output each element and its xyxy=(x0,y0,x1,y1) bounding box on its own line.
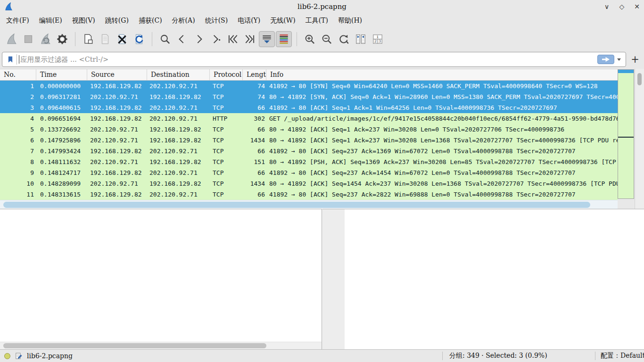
cell-info: 80 → 41892 [PSH, ACK] Seq=1369 Ack=237 W… xyxy=(266,156,618,167)
cell-destination: 202.120.92.71 xyxy=(147,102,210,113)
cell-time: 0.148111632 xyxy=(36,156,87,167)
auto-scroll-icon[interactable] xyxy=(259,31,275,47)
cell-time: 0.148289099 xyxy=(36,178,87,189)
packet-row[interactable]: 11 0.148313615 192.168.129.82 202.120.92… xyxy=(0,189,618,200)
minimize-button[interactable]: ∨ xyxy=(603,2,611,11)
cell-time: 0.147925896 xyxy=(36,135,87,146)
start-capture-icon[interactable] xyxy=(3,31,19,47)
window-controls: ∨ ◇ ✕ xyxy=(603,0,641,13)
cell-time: 0.096317281 xyxy=(36,91,87,102)
close-button[interactable]: ✕ xyxy=(633,2,641,11)
cell-no: 8 xyxy=(0,156,36,167)
column-header-protocol[interactable]: Protocol xyxy=(210,69,243,80)
menu-edit[interactable]: 编辑(E) xyxy=(34,15,67,26)
cell-info: 41892 → 80 [ACK] Seq=237 Ack=2822 Win=69… xyxy=(266,189,618,200)
status-filename: lib6-2.pcapng xyxy=(27,352,73,360)
menu-capture[interactable]: 捕获(C) xyxy=(134,15,167,26)
zoom-reset-icon[interactable] xyxy=(336,31,352,47)
status-profile[interactable]: 配置：Default xyxy=(595,352,644,360)
packet-row[interactable]: 6 0.147925896 202.120.92.71 192.168.129.… xyxy=(0,135,618,146)
column-header-destination[interactable]: Destination xyxy=(147,69,210,80)
colorize-packets-icon[interactable] xyxy=(276,31,292,47)
wireshark-window: lib6-2.pcapng ∨ ◇ ✕ 文件(F) 编辑(E) 视图(V) 跳转… xyxy=(0,0,644,362)
packet-row[interactable]: 10 0.148289099 202.120.92.71 192.168.129… xyxy=(0,178,618,189)
menu-help[interactable]: 帮助(H) xyxy=(333,15,367,26)
display-filter-input[interactable] xyxy=(20,53,597,66)
reload-file-icon[interactable] xyxy=(131,31,147,47)
column-header-info[interactable]: Info xyxy=(266,69,618,80)
cell-destination: 192.168.129.82 xyxy=(147,178,210,189)
packet-row[interactable]: 1 0.000000000 192.168.129.82 202.120.92.… xyxy=(0,81,618,91)
find-packet-icon[interactable] xyxy=(157,31,173,47)
expert-info-indicator[interactable] xyxy=(4,353,10,359)
save-file-icon[interactable] xyxy=(97,31,113,47)
last-packet-icon[interactable] xyxy=(242,31,258,47)
cell-length: 302 xyxy=(243,113,266,124)
maximize-button[interactable]: ◇ xyxy=(618,2,626,11)
filter-bookmark-icon[interactable] xyxy=(4,53,17,66)
cell-destination: 202.120.92.71 xyxy=(147,167,210,178)
first-packet-icon[interactable] xyxy=(225,31,241,47)
zoom-in-icon[interactable] xyxy=(302,31,318,47)
next-packet-icon[interactable] xyxy=(191,31,207,47)
menu-telephony[interactable]: 电话(Y) xyxy=(233,15,265,26)
menu-go[interactable]: 跳转(G) xyxy=(100,15,133,26)
packet-row[interactable]: 5 0.133726692 202.120.92.71 192.168.129.… xyxy=(0,124,618,135)
packet-list-vscrollbar-thumb[interactable] xyxy=(637,73,642,85)
resize-columns-icon[interactable] xyxy=(353,31,369,47)
menu-view[interactable]: 视图(V) xyxy=(67,15,100,26)
cell-length: 74 xyxy=(243,91,266,102)
zoom-out-icon[interactable] xyxy=(319,31,335,47)
go-to-packet-icon[interactable] xyxy=(208,31,224,47)
column-header-no[interactable]: No. xyxy=(0,69,36,80)
packet-row[interactable]: 2 0.096317281 202.120.92.71 192.168.129.… xyxy=(0,91,618,102)
cell-no: 7 xyxy=(0,146,36,156)
apply-filter-button[interactable] xyxy=(597,55,614,64)
layout-123-icon[interactable]: 123 xyxy=(370,31,386,47)
cell-no: 6 xyxy=(0,135,36,146)
cell-source: 192.168.129.82 xyxy=(87,81,147,91)
cell-time: 0.133726692 xyxy=(36,124,87,135)
packet-map-marker xyxy=(618,137,634,138)
column-header-time[interactable]: Time xyxy=(36,69,87,80)
display-filter-field[interactable] xyxy=(2,52,626,67)
details-hscrollbar[interactable] xyxy=(0,342,322,349)
cell-no: 9 xyxy=(0,167,36,178)
cell-info: 80 → 41892 [SYN, ACK] Seq=0 Ack=1 Win=28… xyxy=(266,91,618,102)
menu-analyze[interactable]: 分析(A) xyxy=(167,15,200,26)
column-header-length[interactable]: Length xyxy=(243,69,266,80)
stop-capture-icon[interactable] xyxy=(20,31,36,47)
packet-row[interactable]: 8 0.148111632 202.120.92.71 192.168.129.… xyxy=(0,156,618,167)
packet-list-vscrollbar[interactable] xyxy=(635,69,644,209)
cell-time: 0.096400615 xyxy=(36,102,87,113)
restart-capture-icon[interactable] xyxy=(37,31,53,47)
packet-row[interactable]: 3 0.096400615 192.168.129.82 202.120.92.… xyxy=(0,102,618,113)
open-file-icon[interactable] xyxy=(80,31,96,47)
title-bar: lib6-2.pcapng ∨ ◇ ✕ xyxy=(0,0,644,13)
packet-row[interactable]: 9 0.148124717 192.168.129.82 202.120.92.… xyxy=(0,167,618,178)
menu-file[interactable]: 文件(F) xyxy=(1,15,34,26)
packet-list-hscrollbar-thumb[interactable] xyxy=(3,202,590,208)
menu-wireless[interactable]: 无线(W) xyxy=(265,15,300,26)
menu-statistics[interactable]: 统计(S) xyxy=(200,15,233,26)
details-hscrollbar-thumb[interactable] xyxy=(3,343,266,348)
packet-details-pane xyxy=(0,209,322,349)
cell-time: 0.000000000 xyxy=(36,81,87,91)
add-filter-button[interactable]: + xyxy=(629,52,641,66)
previous-packet-icon[interactable] xyxy=(174,31,190,47)
packet-list-hscrollbar[interactable] xyxy=(0,200,618,209)
close-file-icon[interactable] xyxy=(114,31,130,47)
column-header-source[interactable]: Source xyxy=(87,69,147,80)
packet-row[interactable]: 4 0.096651694 192.168.129.82 202.120.92.… xyxy=(0,113,618,124)
svg-text:1: 1 xyxy=(377,35,379,39)
packet-map[interactable] xyxy=(618,69,634,199)
cell-destination: 192.168.129.82 xyxy=(147,124,210,135)
packet-row[interactable]: 7 0.147993424 192.168.129.82 202.120.92.… xyxy=(0,146,618,156)
capture-options-icon[interactable] xyxy=(54,31,70,47)
toolbar-separator xyxy=(75,32,75,46)
menu-tools[interactable]: 工具(T) xyxy=(301,15,333,26)
filter-dropdown-caret[interactable] xyxy=(617,58,621,61)
cell-length: 1434 xyxy=(243,178,266,189)
capture-comment-icon[interactable] xyxy=(15,352,23,360)
pane-splitter[interactable] xyxy=(322,209,345,349)
